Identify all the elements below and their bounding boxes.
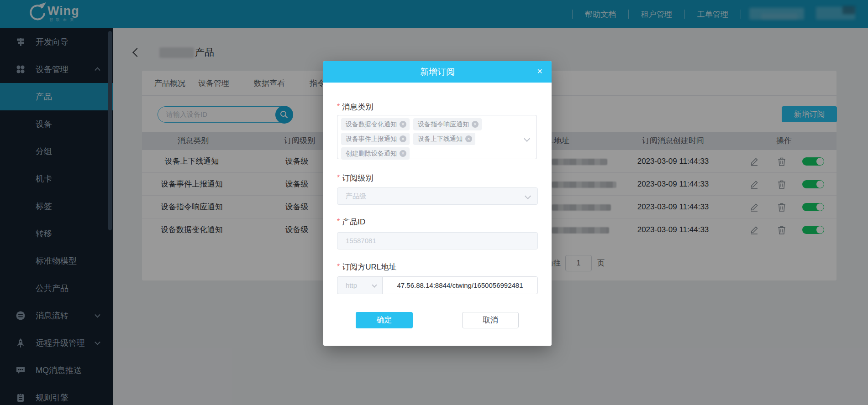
tag-remove-icon[interactable]: × bbox=[465, 135, 472, 142]
cancel-button[interactable]: 取消 bbox=[462, 312, 519, 328]
selected-tag: 设备指令响应通知× bbox=[413, 118, 482, 130]
tag-remove-icon[interactable]: × bbox=[472, 121, 479, 128]
tag-remove-icon[interactable]: × bbox=[400, 150, 406, 157]
subscriber-url-input[interactable]: 47.56.88.14:8844/ctwing/1650056992481 bbox=[382, 276, 538, 294]
selected-tag: 设备上下线通知× bbox=[413, 133, 475, 145]
field-label-subscription-level: *订阅级别 bbox=[337, 172, 373, 183]
required-asterisk: * bbox=[337, 174, 340, 182]
field-label-product-id: *产品ID bbox=[337, 216, 365, 227]
subscription-level-select[interactable]: 产品级 bbox=[337, 187, 538, 205]
field-label-message-category: *消息类别 bbox=[337, 101, 373, 112]
required-asterisk: * bbox=[337, 263, 340, 270]
tag-remove-icon[interactable]: × bbox=[400, 135, 406, 142]
selected-tag: 设备事件上报通知× bbox=[341, 133, 410, 145]
required-asterisk: * bbox=[337, 218, 340, 225]
product-id-input[interactable]: 15587081 bbox=[337, 232, 538, 249]
required-asterisk: * bbox=[337, 103, 340, 110]
add-subscription-modal: 新增订阅 × *消息类别 设备数据变化通知× 设备指令响应通知× 设备事件上报通… bbox=[323, 61, 552, 346]
protocol-select[interactable]: http bbox=[337, 276, 383, 294]
selected-tag: 设备数据变化通知× bbox=[341, 118, 410, 130]
app-root: Wing 智联未来 帮助文档 租户管理 工单管理 开发向导 bbox=[0, 0, 868, 405]
chevron-down-icon bbox=[524, 135, 530, 142]
confirm-button[interactable]: 确定 bbox=[356, 312, 413, 328]
modal-header: 新增订阅 × bbox=[323, 61, 552, 83]
field-label-subscriber-url: *订阅方URL地址 bbox=[337, 261, 396, 272]
tag-remove-icon[interactable]: × bbox=[400, 121, 406, 128]
message-category-multiselect[interactable]: 设备数据变化通知× 设备指令响应通知× 设备事件上报通知× 设备上下线通知× 创… bbox=[337, 115, 537, 159]
close-icon[interactable]: × bbox=[537, 61, 542, 82]
chevron-down-icon bbox=[372, 282, 377, 287]
modal-title: 新增订阅 bbox=[323, 61, 552, 83]
selected-tag: 创建删除设备通知× bbox=[341, 147, 410, 160]
chevron-down-icon bbox=[525, 193, 531, 199]
